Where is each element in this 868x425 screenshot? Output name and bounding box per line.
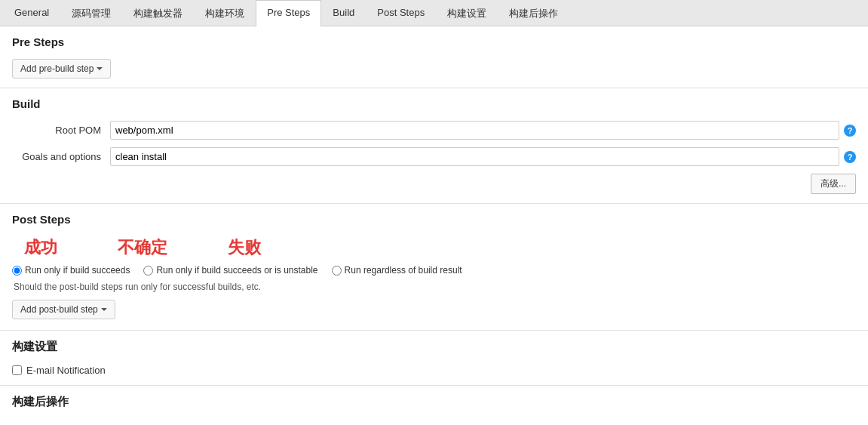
label-success: 成功: [24, 236, 57, 259]
advanced-btn-row: 高级...: [12, 174, 856, 194]
root-pom-input-wrap: ?: [110, 121, 856, 140]
content-area: Pre Steps Add pre-build step Build Root …: [0, 26, 868, 425]
radio-unstable[interactable]: [143, 266, 153, 276]
tab-trigger[interactable]: 构建触发器: [122, 0, 194, 26]
radio-option-success[interactable]: Run only if build succeeds: [12, 265, 130, 276]
radio-failure[interactable]: [332, 266, 342, 276]
root-pom-input[interactable]: [110, 121, 839, 140]
build-settings-section: 构建设置 E-mail Notification: [0, 331, 868, 386]
tab-poststeps[interactable]: Post Steps: [366, 0, 436, 26]
tab-general[interactable]: General: [3, 0, 60, 26]
goals-row: Goals and options ?: [12, 147, 856, 166]
goals-input-wrap: ?: [110, 147, 856, 166]
root-pom-help-icon[interactable]: ?: [844, 125, 856, 137]
tabs-bar: General 源码管理 构建触发器 构建环境 Pre Steps Build …: [0, 0, 868, 26]
tab-build[interactable]: Build: [321, 0, 366, 26]
add-prebuild-label: Add pre-build step: [20, 63, 94, 74]
email-notification-label: E-mail Notification: [26, 365, 106, 376]
add-postbuild-caret: [101, 308, 107, 311]
label-unstable: 不确定: [118, 236, 167, 259]
tab-postactions[interactable]: 构建后操作: [498, 0, 569, 26]
radio-success[interactable]: [12, 266, 22, 276]
tab-presteps[interactable]: Pre Steps: [256, 0, 321, 26]
poststeps-section: Post Steps 成功 不确定 失败 Run only if build s…: [0, 204, 868, 331]
radio-option-unstable[interactable]: Run only if build succeeds or is unstabl…: [143, 265, 317, 276]
goals-label: Goals and options: [12, 151, 110, 162]
email-notification-row[interactable]: E-mail Notification: [12, 365, 856, 376]
label-failure: 失败: [228, 236, 261, 259]
radio-option-failure[interactable]: Run regardless of build result: [332, 265, 462, 276]
add-prebuild-caret: [97, 67, 103, 70]
poststeps-labels: 成功 不确定 失败: [12, 236, 856, 259]
radio-row: Run only if build succeeds Run only if b…: [12, 265, 856, 276]
post-actions-title: 构建后操作: [12, 395, 856, 409]
build-settings-title: 构建设置: [12, 340, 856, 354]
goals-help-icon[interactable]: ?: [844, 151, 856, 163]
tab-source[interactable]: 源码管理: [60, 0, 122, 26]
goals-input[interactable]: [110, 147, 839, 166]
build-section: Build Root POM ? Goals and options ? 高级.…: [0, 88, 868, 204]
add-postbuild-step-button[interactable]: Add post-build step: [12, 300, 115, 319]
add-postbuild-label: Add post-build step: [20, 304, 98, 315]
poststeps-title: Post Steps: [12, 213, 856, 226]
root-pom-row: Root POM ?: [12, 121, 856, 140]
email-notification-checkbox[interactable]: [12, 365, 22, 375]
advanced-button[interactable]: 高级...: [811, 174, 856, 194]
presteps-title: Pre Steps: [12, 35, 856, 48]
add-prebuild-step-button[interactable]: Add pre-build step: [12, 59, 111, 79]
presteps-section: Pre Steps Add pre-build step: [0, 26, 868, 88]
build-title: Build: [12, 97, 856, 110]
tab-env[interactable]: 构建环境: [194, 0, 256, 26]
root-pom-label: Root POM: [12, 125, 110, 136]
poststeps-hint: Should the post-build steps run only for…: [12, 282, 856, 292]
post-actions-section: 构建后操作: [0, 386, 868, 425]
tab-settings[interactable]: 构建设置: [436, 0, 498, 26]
